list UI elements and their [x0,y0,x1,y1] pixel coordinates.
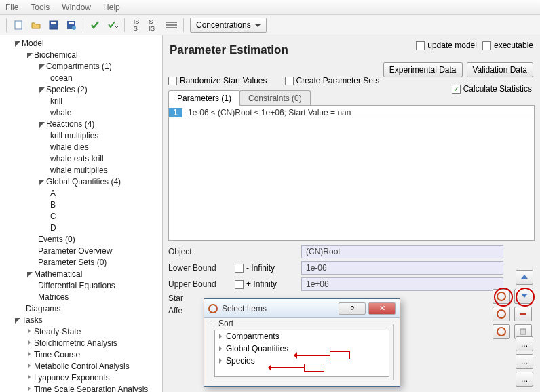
menu-tools[interactable]: Tools [31,3,50,12]
upper-select-button[interactable] [493,324,510,339]
slider-button[interactable] [163,17,180,33]
tree-reactions[interactable]: Reactions (4) [46,119,94,129]
remove-button[interactable] [514,307,532,321]
menu-window[interactable]: Window [62,3,91,12]
tree-krill[interactable]: krill [50,96,62,106]
tree-lyap[interactable]: Lyapunov Exponents [34,373,110,383]
tree-ocean[interactable]: ocean [50,73,73,83]
sort-group-label: Sort [216,319,236,328]
item-global-quantities[interactable]: Global Quantities [215,342,389,355]
row-text: 1e-06 ≤ (CN)Root ≤ 1e+06; Start Value = … [182,108,351,117]
svg-rect-15 [520,329,526,334]
tree-r1[interactable]: krill multiplies [50,131,98,140]
tree-steady-state[interactable]: Steady-State [34,327,81,336]
item-species[interactable]: Species [215,355,389,367]
close-button[interactable]: ✕ [368,302,396,315]
lower-select-button[interactable] [493,307,510,321]
move-down-button[interactable] [516,288,533,302]
update-model-checkbox[interactable]: update model [416,41,477,50]
tree-de[interactable]: Differential Equations [38,281,115,290]
svg-rect-6 [166,24,177,26]
neg-infinity-checkbox[interactable]: - Infinity [235,263,297,273]
save-button[interactable] [45,17,62,33]
tab-constraints[interactable]: Constraints (0) [239,90,311,106]
validation-data-button[interactable]: Validation Data [467,62,534,77]
svg-point-5 [72,26,76,30]
svg-point-9 [497,292,505,300]
row-number: 1 [169,108,182,117]
tree-gq[interactable]: Global Quantities (4) [46,177,121,187]
menu-bar: File Tools Window Help [0,0,540,15]
select-items-list[interactable]: Compartments Global Quantities Species [214,330,389,377]
sis-button[interactable]: S→IS [146,17,162,33]
experimental-data-button[interactable]: Experimental Data [383,62,463,77]
create-param-sets-checkbox[interactable]: Create Parameter Sets [285,76,380,85]
open-button[interactable] [28,17,44,33]
tree-gq-d[interactable]: D [50,223,56,233]
menu-file[interactable]: File [5,3,18,12]
tree-diag[interactable]: Diagrams [26,304,60,313]
item-compartments[interactable]: Compartments [215,330,389,342]
parameter-row[interactable]: 1 1e-06 ≤ (CN)Root ≤ 1e+06; Start Value … [169,106,534,119]
select-items-dialog: Select Items ? ✕ Sort Compartments Globa… [204,298,400,387]
framework-dropdown[interactable]: Concentrations [190,18,267,33]
tree-po[interactable]: Parameter Overview [38,246,112,256]
svg-rect-4 [69,22,74,24]
tree-gq-b[interactable]: B [50,200,56,210]
model-tree[interactable]: Model Biochemical Compartments (1) ocean… [0,35,163,392]
tree-r3[interactable]: whale eats krill [50,154,104,163]
dialog-title: Select Items [222,304,336,313]
tree-mat[interactable]: Matrices [38,292,69,302]
tree-math[interactable]: Mathematical [34,269,82,279]
svg-rect-8 [166,27,177,28]
tree-mca[interactable]: Metabolic Control Analysis [34,361,130,371]
browse-button-2[interactable]: ... [516,354,533,369]
save-as-button[interactable] [63,17,79,33]
parameter-list[interactable]: 1 1e-06 ≤ (CN)Root ≤ 1e+06; Start Value … [168,105,535,241]
tree-species[interactable]: Species (2) [46,85,88,94]
tree-gq-a[interactable]: A [50,189,56,198]
executable-checkbox[interactable]: executable [482,41,533,50]
tree-r4[interactable]: whale multiplies [50,165,108,175]
check-dropdown-button[interactable] [104,17,121,33]
tree-r2[interactable]: whale dies [50,142,89,152]
tree-biochemical[interactable]: Biochemical [34,50,78,60]
lower-bound-field[interactable]: 1e-06 [301,261,503,275]
tree-whale[interactable]: whale [50,108,71,117]
browse-button-3[interactable]: ... [516,372,533,387]
tree-time-course[interactable]: Time Course [34,350,80,359]
dialog-titlebar[interactable]: Select Items ? ✕ [204,299,400,318]
new-button[interactable] [10,17,26,33]
app-icon [208,304,218,313]
svg-rect-7 [166,22,177,23]
lower-bound-label: Lower Bound [168,263,231,273]
tree-events[interactable]: Events (0) [38,235,75,244]
randomize-checkbox[interactable]: Randomize Start Values [168,76,267,85]
svg-point-12 [497,310,505,318]
calc-stats-checkbox[interactable]: Calculate Statistics [452,84,532,94]
tree-gq-c[interactable]: C [50,212,56,221]
tree-ps[interactable]: Parameter Sets (0) [38,258,107,267]
tree-tasks[interactable]: Tasks [22,315,43,325]
move-up-button[interactable] [516,270,533,285]
svg-rect-13 [520,313,526,315]
tab-parameters[interactable]: Parameters (1) [168,90,240,106]
svg-point-14 [497,328,505,336]
tree-compartments[interactable]: Compartments (1) [46,62,112,71]
menu-help[interactable]: Help [103,3,120,12]
browse-button-1[interactable]: ... [516,336,533,351]
svg-rect-0 [15,21,22,29]
upper-bound-label: Upper Bound [168,279,231,289]
pos-infinity-checkbox[interactable]: + Infinity [235,279,297,289]
object-label: Object [168,247,231,256]
tree-model[interactable]: Model [22,39,44,48]
tree-tssa[interactable]: Time Scale Separation Analysis [34,385,148,392]
help-button[interactable]: ? [339,302,366,315]
object-field[interactable]: (CN)Root [301,245,503,258]
upper-bound-field[interactable]: 1e+06 [301,277,503,291]
is-button[interactable]: ISS [128,17,144,33]
tree-stoich[interactable]: Stoichiometric Analysis [34,338,117,348]
validate-button[interactable] [87,17,103,33]
object-select-button[interactable] [493,289,510,304]
svg-rect-2 [51,22,56,24]
